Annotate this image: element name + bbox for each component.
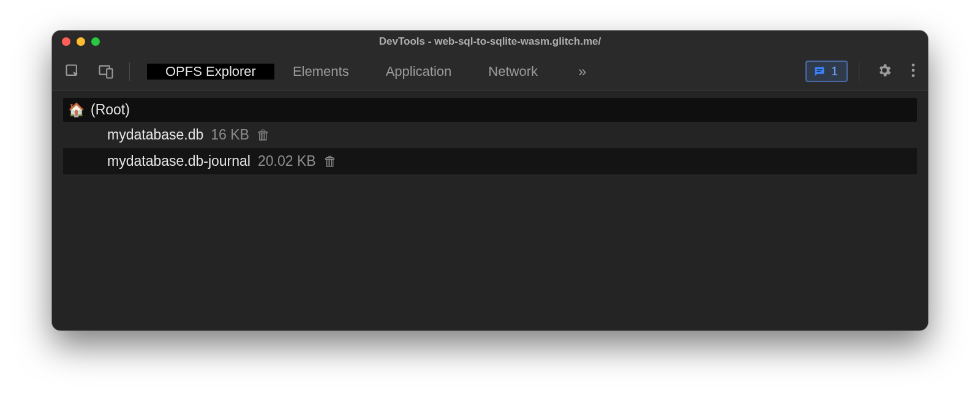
toolbar: OPFS Explorer Elements Application Netwo…: [52, 53, 928, 91]
tree-root-label: (Root): [91, 102, 130, 118]
svg-point-5: [912, 63, 915, 66]
settings-button[interactable]: [870, 59, 899, 84]
trash-icon: 🗑: [257, 127, 270, 143]
kebab-menu-icon: [911, 62, 916, 81]
issues-button[interactable]: 1: [805, 61, 848, 82]
file-name: mydatabase.db: [107, 127, 203, 143]
file-name: mydatabase.db-journal: [107, 153, 251, 169]
window-title: DevTools - web-sql-to-sqlite-wasm.glitch…: [52, 35, 928, 48]
device-toggle-icon[interactable]: [95, 61, 117, 83]
svg-rect-2: [107, 69, 112, 78]
trash-icon: 🗑: [323, 154, 337, 169]
toolbar-divider: [129, 62, 130, 81]
panel-tabs: OPFS Explorer Elements Application Netwo…: [147, 64, 556, 80]
gear-icon: [876, 62, 892, 81]
issues-count: 1: [831, 64, 838, 78]
svg-rect-3: [816, 69, 822, 70]
tree-root[interactable]: 🏠 (Root): [63, 98, 917, 122]
file-size: 20.02 KB: [258, 153, 316, 169]
file-size: 16 KB: [211, 127, 249, 143]
file-row[interactable]: mydatabase.db-journal 20.02 KB 🗑: [63, 148, 917, 174]
titlebar: DevTools - web-sql-to-sqlite-wasm.glitch…: [52, 31, 928, 53]
traffic-lights: [52, 37, 100, 46]
chat-icon: [813, 65, 826, 78]
tab-opfs-explorer[interactable]: OPFS Explorer: [147, 64, 274, 80]
delete-file-button[interactable]: 🗑: [323, 155, 337, 168]
toolbar-left: OPFS Explorer Elements Application Netwo…: [62, 61, 597, 83]
svg-point-7: [912, 74, 915, 77]
devtools-window: DevTools - web-sql-to-sqlite-wasm.glitch…: [52, 31, 928, 330]
toolbar-right: 1: [805, 59, 922, 84]
svg-point-6: [912, 69, 915, 72]
minimize-window-button[interactable]: [77, 37, 85, 46]
tab-elements[interactable]: Elements: [274, 64, 368, 80]
delete-file-button[interactable]: 🗑: [257, 128, 270, 142]
svg-rect-4: [816, 71, 820, 72]
more-tabs-button[interactable]: »: [567, 63, 597, 80]
opfs-explorer-panel: 🏠 (Root) mydatabase.db 16 KB 🗑 mydatabas…: [52, 91, 928, 330]
tab-network[interactable]: Network: [470, 64, 556, 80]
maximize-window-button[interactable]: [91, 37, 100, 46]
tab-application[interactable]: Application: [368, 64, 470, 80]
home-icon: 🏠: [68, 102, 85, 118]
more-options-button[interactable]: [905, 59, 922, 84]
close-window-button[interactable]: [62, 37, 70, 46]
inspect-element-icon[interactable]: [62, 61, 84, 83]
file-row[interactable]: mydatabase.db 16 KB 🗑: [63, 122, 917, 148]
toolbar-divider-right: [859, 62, 859, 81]
